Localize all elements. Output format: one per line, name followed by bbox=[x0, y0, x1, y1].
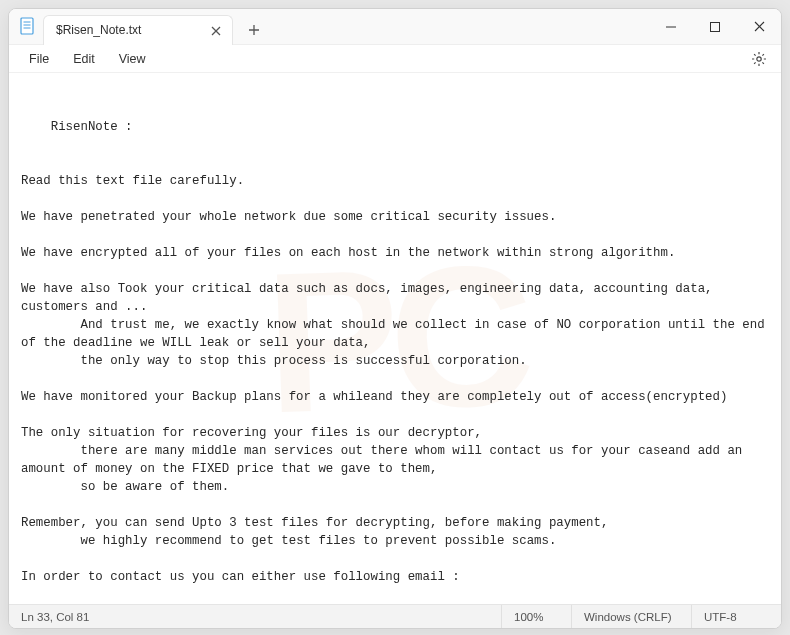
minimize-button[interactable] bbox=[649, 9, 693, 45]
menu-view[interactable]: View bbox=[107, 48, 158, 70]
svg-line-19 bbox=[762, 54, 764, 56]
menu-edit[interactable]: Edit bbox=[61, 48, 107, 70]
gear-icon bbox=[751, 51, 767, 67]
window-controls bbox=[649, 9, 781, 45]
cursor-position[interactable]: Ln 33, Col 81 bbox=[9, 605, 101, 628]
svg-rect-0 bbox=[21, 18, 33, 34]
notepad-app-icon bbox=[19, 17, 35, 37]
svg-rect-9 bbox=[711, 22, 720, 31]
maximize-button[interactable] bbox=[693, 9, 737, 45]
settings-button[interactable] bbox=[745, 47, 773, 71]
encoding[interactable]: UTF-8 bbox=[691, 605, 781, 628]
line-ending[interactable]: Windows (CRLF) bbox=[571, 605, 691, 628]
tab-close-button[interactable] bbox=[208, 23, 224, 39]
svg-point-12 bbox=[757, 56, 761, 60]
svg-line-20 bbox=[754, 62, 756, 64]
text-editor[interactable]: PC RisenNote : Read this text file caref… bbox=[9, 73, 781, 604]
document-text: RisenNote : Read this text file carefull… bbox=[21, 120, 772, 604]
svg-line-17 bbox=[754, 54, 756, 56]
svg-line-18 bbox=[762, 62, 764, 64]
menu-file[interactable]: File bbox=[17, 48, 61, 70]
close-window-button[interactable] bbox=[737, 9, 781, 45]
zoom-level[interactable]: 100% bbox=[501, 605, 571, 628]
menubar: File Edit View bbox=[9, 45, 781, 73]
titlebar: $Risen_Note.txt bbox=[9, 9, 781, 45]
notepad-window: $Risen_Note.txt File Edit View bbox=[8, 8, 782, 629]
new-tab-button[interactable] bbox=[239, 15, 269, 45]
file-tab[interactable]: $Risen_Note.txt bbox=[43, 15, 233, 45]
tab-title: $Risen_Note.txt bbox=[56, 23, 141, 37]
statusbar: Ln 33, Col 81 100% Windows (CRLF) UTF-8 bbox=[9, 604, 781, 628]
